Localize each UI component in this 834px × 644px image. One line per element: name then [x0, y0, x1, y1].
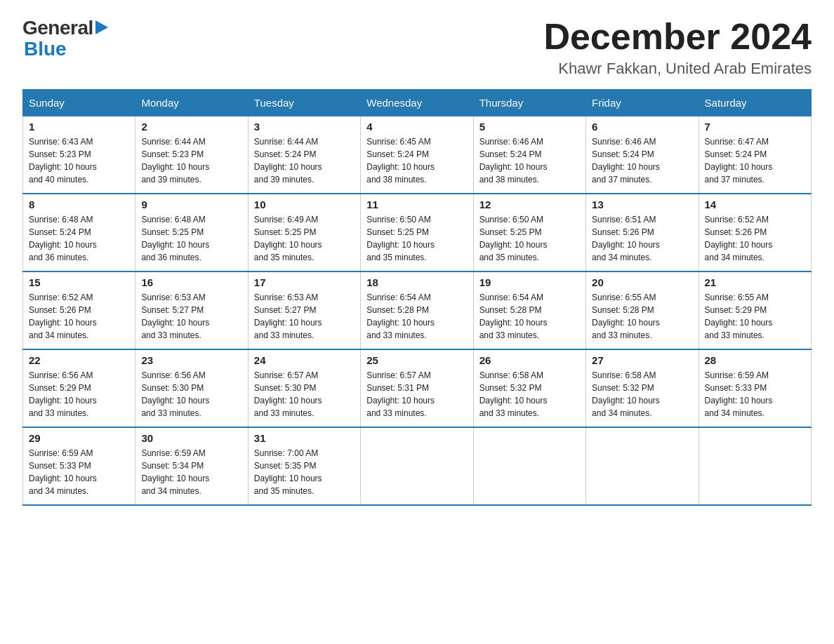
calendar-day-cell: 23 Sunrise: 6:56 AM Sunset: 5:30 PM Dayl… [135, 349, 248, 427]
calendar-day-cell: 15 Sunrise: 6:52 AM Sunset: 5:26 PM Dayl… [23, 271, 135, 349]
day-info: Sunrise: 6:56 AM Sunset: 5:30 PM Dayligh… [141, 369, 241, 420]
calendar-day-cell: 9 Sunrise: 6:48 AM Sunset: 5:25 PM Dayli… [135, 194, 248, 271]
calendar-day-cell: 5 Sunrise: 6:46 AM Sunset: 5:24 PM Dayli… [473, 116, 585, 194]
day-info: Sunrise: 6:54 AM Sunset: 5:28 PM Dayligh… [366, 291, 467, 342]
day-number: 7 [705, 121, 805, 133]
calendar-day-cell: 21 Sunrise: 6:55 AM Sunset: 5:29 PM Dayl… [699, 271, 811, 349]
calendar-day-cell: 20 Sunrise: 6:55 AM Sunset: 5:28 PM Dayl… [586, 271, 699, 349]
logo-general-text: General [22, 17, 93, 39]
day-number: 24 [254, 354, 355, 366]
calendar-day-cell: 14 Sunrise: 6:52 AM Sunset: 5:26 PM Dayl… [699, 194, 811, 271]
day-number: 2 [141, 121, 241, 133]
col-tuesday: Tuesday [248, 90, 360, 116]
page-header: General Blue December 2024 Khawr Fakkan,… [22, 17, 812, 78]
day-info: Sunrise: 6:55 AM Sunset: 5:28 PM Dayligh… [592, 291, 692, 342]
day-number: 15 [29, 276, 129, 288]
day-info: Sunrise: 6:43 AM Sunset: 5:23 PM Dayligh… [29, 135, 129, 186]
svg-marker-0 [95, 20, 108, 34]
day-number: 25 [366, 354, 467, 366]
day-info: Sunrise: 6:52 AM Sunset: 5:26 PM Dayligh… [705, 213, 805, 264]
day-info: Sunrise: 6:51 AM Sunset: 5:26 PM Dayligh… [592, 213, 692, 264]
day-info: Sunrise: 6:59 AM Sunset: 5:33 PM Dayligh… [29, 447, 129, 497]
day-info: Sunrise: 6:54 AM Sunset: 5:28 PM Dayligh… [479, 291, 580, 342]
calendar-day-cell: 26 Sunrise: 6:58 AM Sunset: 5:32 PM Dayl… [473, 349, 585, 427]
calendar-day-cell: 30 Sunrise: 6:59 AM Sunset: 5:34 PM Dayl… [135, 427, 248, 505]
day-info: Sunrise: 6:48 AM Sunset: 5:24 PM Dayligh… [29, 213, 129, 264]
day-info: Sunrise: 6:46 AM Sunset: 5:24 PM Dayligh… [592, 135, 692, 186]
logo-arrow-icon [95, 20, 108, 37]
col-friday: Friday [586, 90, 699, 116]
day-info: Sunrise: 6:57 AM Sunset: 5:31 PM Dayligh… [366, 369, 467, 420]
day-number: 8 [29, 199, 129, 210]
col-monday: Monday [135, 90, 248, 116]
day-info: Sunrise: 6:58 AM Sunset: 5:32 PM Dayligh… [479, 369, 580, 420]
day-info: Sunrise: 6:44 AM Sunset: 5:24 PM Dayligh… [254, 135, 355, 186]
day-number: 26 [479, 354, 580, 366]
logo: General Blue [22, 17, 108, 60]
day-number: 29 [29, 432, 129, 444]
calendar-day-cell: 13 Sunrise: 6:51 AM Sunset: 5:26 PM Dayl… [586, 194, 699, 271]
day-number: 21 [705, 276, 805, 288]
calendar-table: Sunday Monday Tuesday Wednesday Thursday… [22, 89, 812, 506]
col-wednesday: Wednesday [361, 90, 473, 116]
day-info: Sunrise: 6:56 AM Sunset: 5:29 PM Dayligh… [29, 369, 129, 420]
day-number: 9 [141, 199, 241, 210]
day-info: Sunrise: 6:58 AM Sunset: 5:32 PM Dayligh… [592, 369, 692, 420]
day-number: 1 [29, 121, 129, 133]
day-info: Sunrise: 6:46 AM Sunset: 5:24 PM Dayligh… [479, 135, 580, 186]
calendar-day-cell: 8 Sunrise: 6:48 AM Sunset: 5:24 PM Dayli… [23, 194, 135, 271]
calendar-week-row: 22 Sunrise: 6:56 AM Sunset: 5:29 PM Dayl… [23, 349, 812, 427]
calendar-day-cell: 25 Sunrise: 6:57 AM Sunset: 5:31 PM Dayl… [361, 349, 473, 427]
calendar-day-cell: 24 Sunrise: 6:57 AM Sunset: 5:30 PM Dayl… [248, 349, 360, 427]
day-number: 11 [366, 199, 467, 210]
col-thursday: Thursday [473, 90, 585, 116]
calendar-day-cell: 17 Sunrise: 6:53 AM Sunset: 5:27 PM Dayl… [248, 271, 360, 349]
calendar-week-row: 29 Sunrise: 6:59 AM Sunset: 5:33 PM Dayl… [23, 427, 812, 505]
day-number: 18 [366, 276, 467, 288]
day-number: 30 [141, 432, 241, 444]
day-info: Sunrise: 6:59 AM Sunset: 5:34 PM Dayligh… [141, 447, 241, 497]
calendar-day-cell: 7 Sunrise: 6:47 AM Sunset: 5:24 PM Dayli… [699, 116, 811, 194]
calendar-day-cell: 27 Sunrise: 6:58 AM Sunset: 5:32 PM Dayl… [586, 349, 699, 427]
calendar-day-cell [586, 427, 699, 505]
day-number: 28 [705, 354, 805, 366]
calendar-day-cell: 16 Sunrise: 6:53 AM Sunset: 5:27 PM Dayl… [135, 271, 248, 349]
day-number: 23 [141, 354, 241, 366]
calendar-day-cell: 19 Sunrise: 6:54 AM Sunset: 5:28 PM Dayl… [473, 271, 585, 349]
day-number: 22 [29, 354, 129, 366]
day-number: 13 [592, 199, 692, 210]
day-number: 19 [479, 276, 580, 288]
calendar-day-cell: 11 Sunrise: 6:50 AM Sunset: 5:25 PM Dayl… [361, 194, 473, 271]
calendar-day-cell: 29 Sunrise: 6:59 AM Sunset: 5:33 PM Dayl… [23, 427, 135, 505]
day-number: 20 [592, 276, 692, 288]
day-number: 3 [254, 121, 355, 133]
calendar-day-cell: 18 Sunrise: 6:54 AM Sunset: 5:28 PM Dayl… [361, 271, 473, 349]
day-info: Sunrise: 6:49 AM Sunset: 5:25 PM Dayligh… [254, 213, 355, 264]
calendar-title-block: December 2024 Khawr Fakkan, United Arab … [543, 17, 812, 78]
month-title: December 2024 [543, 17, 812, 57]
day-info: Sunrise: 6:52 AM Sunset: 5:26 PM Dayligh… [29, 291, 129, 342]
day-info: Sunrise: 6:53 AM Sunset: 5:27 PM Dayligh… [254, 291, 355, 342]
calendar-day-cell: 12 Sunrise: 6:50 AM Sunset: 5:25 PM Dayl… [473, 194, 585, 271]
calendar-day-cell: 2 Sunrise: 6:44 AM Sunset: 5:23 PM Dayli… [135, 116, 248, 194]
calendar-day-cell: 22 Sunrise: 6:56 AM Sunset: 5:29 PM Dayl… [23, 349, 135, 427]
calendar-day-cell: 6 Sunrise: 6:46 AM Sunset: 5:24 PM Dayli… [586, 116, 699, 194]
day-number: 12 [479, 199, 580, 210]
calendar-day-cell: 3 Sunrise: 6:44 AM Sunset: 5:24 PM Dayli… [248, 116, 360, 194]
day-number: 17 [254, 276, 355, 288]
day-info: Sunrise: 6:45 AM Sunset: 5:24 PM Dayligh… [366, 135, 467, 186]
calendar-day-cell: 10 Sunrise: 6:49 AM Sunset: 5:25 PM Dayl… [248, 194, 360, 271]
calendar-week-row: 8 Sunrise: 6:48 AM Sunset: 5:24 PM Dayli… [23, 194, 812, 271]
col-sunday: Sunday [23, 90, 135, 116]
day-info: Sunrise: 6:48 AM Sunset: 5:25 PM Dayligh… [141, 213, 241, 264]
logo-blue-text: Blue [24, 38, 67, 60]
calendar-day-cell: 4 Sunrise: 6:45 AM Sunset: 5:24 PM Dayli… [361, 116, 473, 194]
day-info: Sunrise: 6:50 AM Sunset: 5:25 PM Dayligh… [479, 213, 580, 264]
day-info: Sunrise: 7:00 AM Sunset: 5:35 PM Dayligh… [254, 447, 355, 497]
day-info: Sunrise: 6:53 AM Sunset: 5:27 PM Dayligh… [141, 291, 241, 342]
calendar-day-cell [473, 427, 585, 505]
day-info: Sunrise: 6:59 AM Sunset: 5:33 PM Dayligh… [705, 369, 805, 420]
calendar-day-cell: 28 Sunrise: 6:59 AM Sunset: 5:33 PM Dayl… [699, 349, 811, 427]
calendar-day-cell: 31 Sunrise: 7:00 AM Sunset: 5:35 PM Dayl… [248, 427, 360, 505]
calendar-week-row: 15 Sunrise: 6:52 AM Sunset: 5:26 PM Dayl… [23, 271, 812, 349]
